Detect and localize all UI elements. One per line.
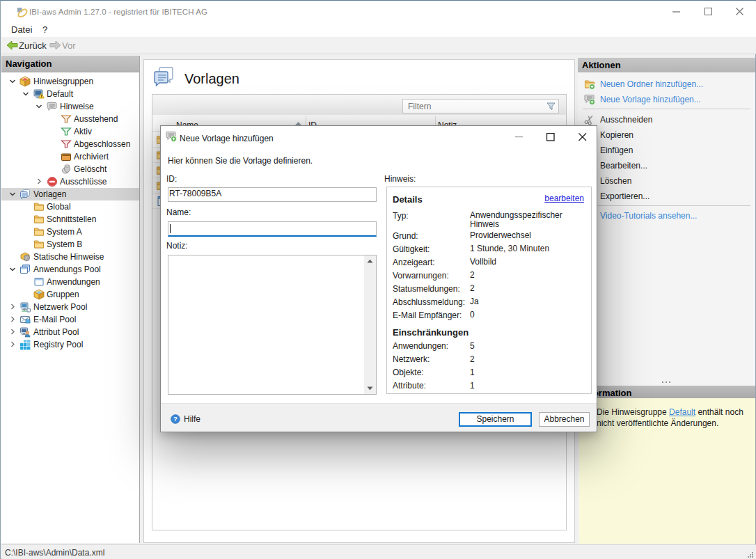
svg-text:?: ?: [173, 415, 178, 423]
